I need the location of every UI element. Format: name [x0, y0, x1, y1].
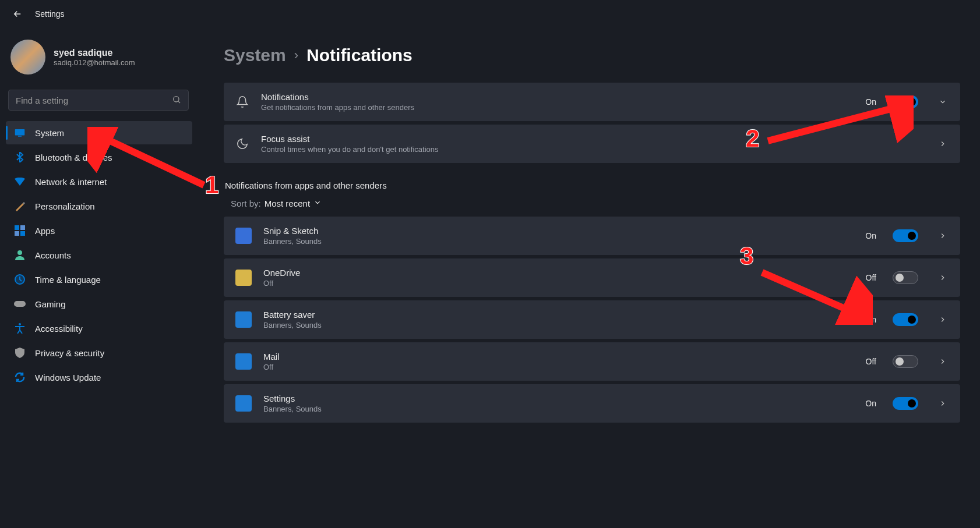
app-toggle[interactable] — [893, 355, 918, 368]
search-box[interactable] — [8, 90, 189, 111]
app-icon — [235, 311, 252, 328]
bell-icon — [235, 95, 249, 109]
privacy-icon — [14, 347, 26, 359]
focus-title: Focus assist — [261, 134, 918, 144]
sidebar-item-personalization[interactable]: Personalization — [6, 194, 192, 218]
sidebar-item-bluetooth-devices[interactable]: Bluetooth & devices — [6, 146, 192, 169]
profile-email: sadiq.012@hotmail.com — [54, 58, 135, 67]
app-name: Battery saver — [263, 310, 854, 320]
chevron-right-icon[interactable] — [937, 230, 949, 242]
app-sub: Banners, Sounds — [263, 405, 854, 413]
sidebar-item-accessibility[interactable]: Accessibility — [6, 317, 192, 340]
svg-point-9 — [15, 275, 24, 284]
sidebar-item-label: Accessibility — [35, 324, 83, 334]
focus-desc: Control times when you do and don't get … — [261, 145, 918, 154]
nav-list: System Bluetooth & devices Network & int… — [6, 121, 192, 389]
app-row-battery-saver[interactable]: Battery saver Banners, Sounds On — [224, 300, 960, 339]
header-title: Settings — [35, 9, 65, 19]
back-button[interactable] — [12, 8, 23, 20]
svg-rect-6 — [20, 231, 25, 236]
app-toggle[interactable] — [893, 271, 918, 284]
sidebar-item-system[interactable]: System — [6, 121, 192, 144]
search-input[interactable] — [16, 95, 172, 105]
app-row-snip-sketch[interactable]: Snip & Sketch Banners, Sounds On — [224, 217, 960, 255]
app-state-label: Off — [866, 357, 876, 366]
gaming-icon — [14, 298, 26, 310]
svg-rect-1 — [15, 129, 25, 136]
app-name: OneDrive — [263, 268, 854, 278]
app-state-label: Off — [866, 273, 876, 282]
svg-point-7 — [17, 250, 22, 255]
app-state-label: On — [865, 315, 876, 324]
card-notifications[interactable]: Notifications Get notifications from app… — [224, 83, 960, 121]
sidebar-item-label: Privacy & security — [35, 348, 104, 358]
app-name: Settings — [263, 394, 854, 403]
sidebar-item-label: Time & language — [35, 275, 101, 285]
app-sub: Off — [263, 363, 854, 371]
app-icon — [235, 228, 252, 244]
svg-point-11 — [19, 323, 21, 325]
system-icon — [14, 127, 26, 139]
sidebar-item-apps[interactable]: Apps — [6, 219, 192, 242]
app-toggle[interactable] — [893, 397, 918, 410]
breadcrumb-current: Notifications — [306, 45, 413, 65]
sidebar-item-gaming[interactable]: Gaming — [6, 292, 192, 316]
sidebar: syed sadique sadiq.012@hotmail.com Syste… — [0, 28, 198, 527]
sort-dropdown[interactable]: Sort by: Most recent — [224, 199, 960, 217]
sidebar-item-accounts[interactable]: Accounts — [6, 243, 192, 267]
app-sub: Off — [263, 279, 854, 288]
chevron-right-icon[interactable] — [937, 138, 949, 150]
search-icon — [172, 95, 181, 106]
app-icon — [235, 270, 252, 286]
svg-rect-4 — [20, 225, 25, 230]
app-name: Snip & Sketch — [263, 226, 854, 236]
svg-rect-10 — [14, 301, 26, 307]
time-icon — [14, 274, 26, 285]
sidebar-item-label: Accounts — [35, 250, 71, 260]
app-row-onedrive[interactable]: OneDrive Off Off — [224, 258, 960, 297]
sidebar-item-label: Windows Update — [35, 373, 101, 382]
chevron-down-icon[interactable] — [937, 96, 949, 108]
sidebar-item-windows-update[interactable]: Windows Update — [6, 366, 192, 389]
chevron-right-icon[interactable] — [937, 398, 949, 409]
sort-label: Sort by: — [231, 199, 261, 208]
chevron-down-icon — [313, 199, 322, 208]
notifications-desc: Get notifications from apps and other se… — [261, 103, 854, 112]
app-sub: Banners, Sounds — [263, 321, 854, 329]
update-icon — [14, 371, 26, 383]
svg-point-0 — [174, 96, 179, 101]
accessibility-icon — [14, 323, 26, 334]
sidebar-item-privacy-security[interactable]: Privacy & security — [6, 341, 192, 364]
svg-rect-3 — [15, 225, 19, 230]
sidebar-item-network-internet[interactable]: Network & internet — [6, 170, 192, 193]
personalization-icon — [14, 200, 26, 212]
app-sub: Banners, Sounds — [263, 237, 854, 246]
app-state-label: On — [865, 399, 876, 408]
app-row-mail[interactable]: Mail Off Off — [224, 342, 960, 381]
sidebar-item-label: Bluetooth & devices — [35, 153, 112, 162]
profile-name: syed sadique — [54, 48, 135, 58]
app-toggle[interactable] — [893, 313, 918, 326]
sidebar-item-time-language[interactable]: Time & language — [6, 268, 192, 291]
app-name: Mail — [263, 352, 854, 362]
app-toggle[interactable] — [893, 229, 918, 242]
app-icon — [235, 353, 252, 370]
notifications-toggle[interactable] — [893, 95, 918, 108]
sidebar-item-label: Personalization — [35, 201, 95, 211]
sort-value: Most recent — [265, 199, 310, 208]
chevron-right-icon[interactable] — [937, 314, 949, 325]
chevron-right-icon[interactable] — [937, 356, 949, 367]
card-focus-assist[interactable]: Focus assist Control times when you do a… — [224, 125, 960, 163]
app-row-settings[interactable]: Settings Banners, Sounds On — [224, 384, 960, 423]
accounts-icon — [14, 249, 26, 261]
chevron-right-icon[interactable] — [937, 272, 949, 284]
chevron-right-icon: › — [294, 48, 298, 63]
sidebar-item-label: Gaming — [35, 299, 66, 309]
apps-icon — [14, 225, 26, 236]
main-content: System › Notifications Notifications Get… — [198, 28, 980, 527]
section-title: Notifications from apps and other sender… — [225, 180, 960, 190]
profile-block[interactable]: syed sadique sadiq.012@hotmail.com — [6, 34, 192, 86]
bluetooth-icon — [14, 151, 26, 163]
breadcrumb-parent[interactable]: System — [224, 45, 286, 65]
app-state-label: On — [865, 231, 876, 240]
